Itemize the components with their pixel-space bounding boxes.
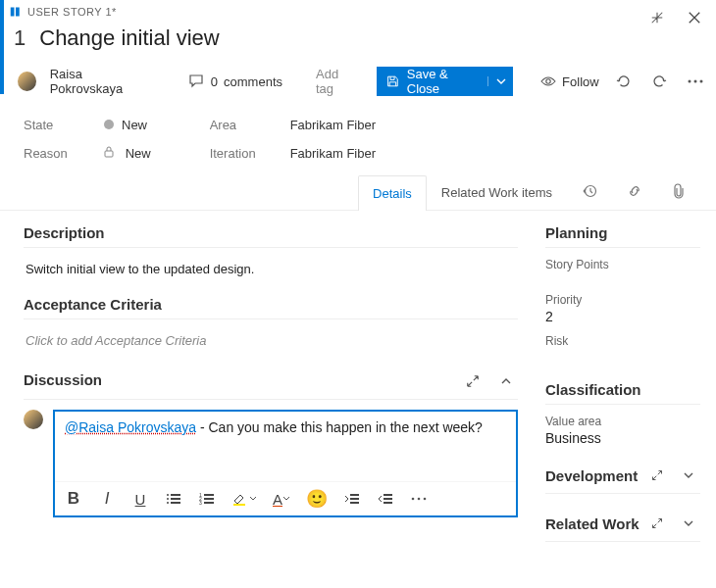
- iteration-value[interactable]: Fabrikam Fiber: [290, 146, 376, 161]
- value-area-label: Value area: [545, 415, 700, 428]
- reason-label: Reason: [24, 146, 77, 161]
- divider: [545, 493, 700, 494]
- outdent-button[interactable]: [343, 492, 361, 506]
- divider: [24, 399, 518, 400]
- description-text[interactable]: Switch initial view to the updated desig…: [24, 258, 518, 296]
- italic-button[interactable]: I: [98, 489, 116, 509]
- description-heading: Description: [24, 224, 518, 241]
- svg-rect-20: [233, 504, 245, 506]
- state-label: State: [24, 118, 77, 132]
- breadcrumb: USER STORY 1*: [10, 6, 117, 18]
- eye-icon: [540, 75, 556, 87]
- chevron-down-icon[interactable]: [677, 464, 700, 487]
- refresh-icon[interactable]: [613, 70, 635, 93]
- close-icon[interactable]: [683, 6, 706, 29]
- expand-icon[interactable]: [645, 512, 669, 535]
- attachment-icon: [672, 183, 686, 199]
- add-tag-button[interactable]: Add tag: [310, 63, 363, 100]
- tab-attachments[interactable]: [657, 174, 700, 210]
- tab-related-work-items[interactable]: Related Work items: [427, 174, 567, 210]
- type-color-bar: [0, 0, 4, 94]
- svg-rect-1: [16, 8, 20, 17]
- svg-rect-24: [384, 494, 392, 496]
- tab-links[interactable]: [612, 174, 657, 210]
- more-formatting-icon[interactable]: [410, 497, 428, 501]
- svg-rect-23: [350, 502, 359, 504]
- svg-rect-9: [171, 494, 180, 496]
- bold-button[interactable]: B: [65, 489, 82, 509]
- bullet-list-button[interactable]: [165, 492, 182, 506]
- mention[interactable]: @Raisa Pokrovskaya: [65, 419, 196, 435]
- breadcrumb-label: USER STORY 1*: [27, 6, 117, 18]
- discussion-content[interactable]: @Raisa Pokrovskaya - Can you make this h…: [55, 412, 516, 481]
- expand-icon[interactable]: [645, 464, 669, 487]
- svg-point-8: [167, 494, 169, 496]
- planning-heading: Planning: [545, 224, 700, 241]
- state-value[interactable]: New: [104, 118, 147, 132]
- area-value[interactable]: Fabrikam Fiber: [290, 118, 376, 132]
- indent-button[interactable]: [377, 492, 394, 506]
- underline-button[interactable]: U: [131, 491, 149, 508]
- save-dropdown[interactable]: [487, 76, 513, 86]
- numbered-list-button[interactable]: 123: [198, 492, 216, 506]
- value-area-value[interactable]: Business: [545, 430, 700, 446]
- priority-value[interactable]: 2: [545, 309, 700, 324]
- comments-count[interactable]: 0 comments: [189, 74, 282, 89]
- link-icon: [627, 183, 642, 199]
- comments-label: comments: [224, 74, 282, 89]
- highlight-button[interactable]: [231, 491, 257, 507]
- priority-label: Priority: [545, 293, 700, 307]
- risk-label: Risk: [545, 334, 700, 348]
- comments-number: 0: [211, 74, 218, 89]
- svg-rect-11: [171, 498, 180, 500]
- avatar[interactable]: [18, 72, 36, 91]
- lock-icon: [104, 146, 114, 158]
- related-work-heading: Related Work: [545, 515, 639, 532]
- work-item-form: USER STORY 1* 1 Change initial view Rais…: [0, 0, 716, 571]
- svg-point-10: [167, 498, 169, 500]
- divider: [545, 247, 700, 248]
- acceptance-criteria-placeholder[interactable]: Click to add Acceptance Criteria: [24, 329, 518, 369]
- svg-point-28: [418, 498, 421, 501]
- undo-icon[interactable]: [648, 70, 670, 93]
- comment-icon: [189, 74, 205, 88]
- discussion-text: - Can you make this happen in the next w…: [196, 419, 483, 435]
- svg-rect-17: [204, 498, 214, 500]
- save-close-button[interactable]: Save & Close: [377, 67, 513, 96]
- restore-window-icon[interactable]: [645, 6, 669, 29]
- follow-label: Follow: [562, 74, 599, 89]
- svg-point-29: [424, 498, 427, 501]
- work-item-title[interactable]: Change initial view: [39, 25, 219, 51]
- tab-history[interactable]: [567, 174, 612, 210]
- tab-details[interactable]: Details: [358, 175, 427, 211]
- chevron-down-icon: [496, 76, 506, 86]
- iteration-label: Iteration: [210, 146, 263, 161]
- svg-point-12: [167, 502, 169, 504]
- more-actions-icon[interactable]: [685, 70, 706, 93]
- work-item-type-icon: [10, 6, 22, 18]
- area-label: Area: [210, 118, 263, 132]
- font-color-button[interactable]: A: [273, 491, 290, 508]
- emoji-button[interactable]: 🙂: [306, 488, 328, 510]
- svg-point-4: [693, 80, 696, 83]
- chevron-down-icon: [282, 495, 290, 503]
- svg-point-5: [699, 80, 702, 83]
- story-points-label: Story Points: [545, 258, 700, 271]
- svg-rect-13: [171, 502, 180, 504]
- svg-rect-25: [384, 498, 392, 500]
- svg-rect-6: [105, 151, 113, 157]
- follow-button[interactable]: Follow: [540, 74, 599, 89]
- svg-rect-22: [350, 498, 359, 500]
- assigned-to[interactable]: Raisa Pokrovskaya: [50, 67, 152, 96]
- svg-rect-15: [204, 494, 214, 496]
- chevron-down-icon: [249, 495, 257, 503]
- svg-rect-26: [384, 502, 392, 504]
- chevron-down-icon[interactable]: [677, 512, 700, 535]
- reason-value[interactable]: New: [104, 146, 151, 161]
- expand-icon[interactable]: [461, 369, 485, 393]
- chevron-up-icon[interactable]: [494, 369, 518, 393]
- discussion-editor[interactable]: @Raisa Pokrovskaya - Can you make this h…: [53, 410, 518, 517]
- svg-point-27: [412, 498, 415, 501]
- svg-text:3: 3: [199, 500, 202, 506]
- save-close-label: Save & Close: [407, 67, 478, 96]
